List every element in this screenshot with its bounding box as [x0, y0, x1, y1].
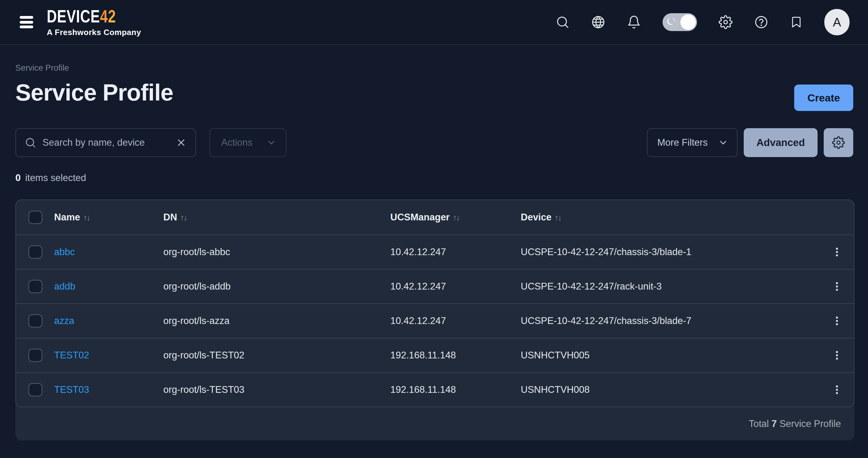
search-box	[16, 128, 196, 157]
dn-cell: org-root/ls-TEST02	[163, 350, 390, 361]
top-bar: DEVICE42 A Freshworks Company	[0, 0, 868, 45]
row-checkbox-cell	[16, 314, 54, 328]
gear-icon	[718, 15, 733, 29]
name-link[interactable]: azza	[54, 315, 74, 326]
column-header-ucsmanager[interactable]: UCSManager↑↓	[390, 212, 521, 223]
hamburger-bar	[20, 26, 33, 28]
actions-dropdown[interactable]: Actions	[210, 128, 286, 157]
column-header-device[interactable]: Device↑↓	[521, 212, 820, 223]
row-menu-button[interactable]	[828, 277, 846, 296]
kebab-icon	[831, 315, 843, 327]
device-cell: USNHCTVH005	[521, 350, 820, 361]
help-icon	[754, 15, 768, 29]
row-checkbox[interactable]	[28, 314, 42, 328]
row-menu-button[interactable]	[828, 243, 846, 261]
kebab-icon	[831, 349, 843, 361]
avatar[interactable]: A	[824, 9, 849, 35]
chevron-down-icon	[718, 137, 728, 148]
help-button[interactable]	[754, 15, 768, 29]
search-input[interactable]	[42, 137, 169, 148]
row-menu-button[interactable]	[828, 381, 846, 399]
total-prefix: Total	[749, 418, 769, 429]
moon-icon	[665, 17, 678, 28]
title-row: Service Profile Create	[16, 80, 853, 111]
column-label: DN	[163, 212, 177, 223]
row-checkbox-cell	[16, 349, 54, 362]
breadcrumb: Service Profile	[16, 63, 853, 73]
brand-tagline: A Freshworks Company	[47, 28, 141, 37]
name-link[interactable]: addb	[54, 281, 75, 292]
selection-label: items selected	[25, 172, 86, 183]
kebab-icon	[831, 246, 843, 258]
row-checkbox-cell	[16, 245, 54, 259]
sort-icon[interactable]: ↑↓	[83, 213, 90, 222]
brand-name-part: E	[90, 6, 100, 26]
device-cell: UCSPE-10-42-12-247/rack-unit-3	[521, 281, 820, 292]
total-count-text: Total 7 Service Profile	[749, 418, 841, 429]
kebab-icon	[831, 280, 843, 293]
ucsmanager-cell: 10.42.12.247	[390, 315, 521, 326]
bookmark-icon	[790, 15, 803, 29]
dark-mode-toggle[interactable]	[662, 13, 697, 31]
name-link[interactable]: TEST02	[54, 350, 89, 361]
header-checkbox-cell	[16, 210, 54, 224]
device-cell: UCSPE-10-42-12-247/chassis-3/blade-1	[521, 247, 820, 258]
toolbar: Actions More Filters Advanced	[16, 128, 853, 157]
ucsmanager-cell: 192.168.11.148	[390, 384, 521, 395]
ucsmanager-cell: 192.168.11.148	[390, 350, 521, 361]
brand-logo[interactable]: DEVICE42 A Freshworks Company	[47, 7, 141, 37]
column-header-name[interactable]: Name↑↓	[54, 212, 163, 223]
brand-name-accent: 42	[100, 6, 116, 26]
sort-icon[interactable]: ↑↓	[180, 213, 187, 222]
more-filters-dropdown[interactable]: More Filters	[647, 128, 738, 157]
create-button[interactable]: Create	[794, 85, 853, 111]
settings-button[interactable]	[718, 15, 733, 29]
column-header-dn[interactable]: DN↑↓	[163, 212, 390, 223]
selection-count: 0	[16, 172, 21, 183]
hamburger-bar	[20, 16, 33, 19]
advanced-button[interactable]: Advanced	[744, 128, 817, 157]
name-link[interactable]: abbc	[54, 247, 75, 257]
actions-dropdown-label: Actions	[221, 137, 252, 148]
service-profile-table-card: Name↑↓ DN↑↓ UCSManager↑↓ Device↑↓ abbc o…	[16, 199, 855, 440]
close-icon	[176, 137, 187, 148]
table-header-row: Name↑↓ DN↑↓ UCSManager↑↓ Device↑↓	[16, 200, 854, 234]
dn-cell: org-root/ls-azza	[163, 315, 390, 326]
avatar-letter: A	[833, 15, 841, 29]
more-filters-label: More Filters	[657, 137, 708, 148]
row-checkbox[interactable]	[28, 349, 42, 362]
dn-cell: org-root/ls-addb	[163, 281, 390, 292]
kebab-icon	[831, 384, 843, 396]
search-button[interactable]	[556, 15, 570, 29]
row-checkbox[interactable]	[28, 245, 42, 259]
table-row: TEST02 org-root/ls-TEST02 192.168.11.148…	[16, 338, 854, 372]
name-link[interactable]: TEST03	[54, 384, 89, 395]
table-row: TEST03 org-root/ls-TEST03 192.168.11.148…	[16, 372, 854, 407]
topbar-actions: A	[556, 9, 849, 35]
sort-icon[interactable]: ↑↓	[555, 213, 561, 222]
device-cell: USNHCTVH008	[521, 384, 820, 395]
bookmarks-button[interactable]	[790, 15, 803, 29]
select-all-checkbox[interactable]	[28, 210, 42, 224]
row-checkbox-cell	[16, 280, 54, 293]
ucsmanager-cell: 10.42.12.247	[390, 281, 521, 292]
row-checkbox[interactable]	[28, 280, 42, 293]
clear-search-button[interactable]	[176, 137, 187, 148]
hamburger-menu-button[interactable]	[20, 16, 33, 28]
selection-status: 0 items selected	[16, 172, 853, 184]
sort-icon[interactable]: ↑↓	[453, 213, 459, 222]
globe-icon	[591, 15, 605, 29]
row-checkbox[interactable]	[28, 383, 42, 396]
gear-icon	[832, 136, 845, 149]
column-label: Name	[54, 212, 80, 223]
table-row: azza org-root/ls-azza 10.42.12.247 UCSPE…	[16, 303, 854, 338]
service-profile-table: Name↑↓ DN↑↓ UCSManager↑↓ Device↑↓ abbc o…	[16, 199, 855, 407]
table-settings-button[interactable]	[824, 128, 853, 157]
notifications-button[interactable]	[627, 15, 641, 29]
toggle-knob	[680, 14, 696, 30]
row-menu-button[interactable]	[828, 346, 846, 365]
row-menu-button[interactable]	[828, 312, 846, 330]
main-content: Service Profile Service Profile Create A…	[0, 63, 868, 440]
device-cell: UCSPE-10-42-12-247/chassis-3/blade-7	[521, 315, 820, 326]
language-button[interactable]	[591, 15, 605, 29]
